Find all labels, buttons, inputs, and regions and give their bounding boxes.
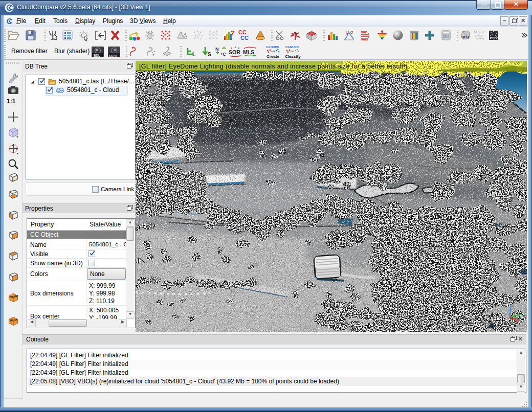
svg-text:S: S: [208, 52, 211, 57]
svg-text:MLS: MLS: [243, 49, 254, 55]
svg-text:PCV: PCV: [490, 36, 498, 40]
svg-text:Create: Create: [267, 54, 279, 59]
svg-text:min: min: [361, 30, 368, 34]
svg-text:N: N: [215, 47, 219, 52]
svg-text:M3C2: M3C2: [474, 30, 485, 34]
svg-text:max: max: [361, 37, 369, 41]
svg-text:HPR: HPR: [461, 35, 469, 39]
svg-text:SOR: SOR: [229, 49, 240, 55]
svg-text:CC: CC: [240, 35, 249, 41]
svg-text:+C: +C: [220, 52, 226, 57]
svg-text:L: L: [192, 52, 195, 57]
svg-text:EDL: EDL: [94, 54, 100, 57]
svg-text:SSA0: SSA0: [109, 54, 117, 57]
svg-text:?: ?: [231, 29, 235, 37]
svg-text:CANUPO: CANUPO: [285, 45, 299, 49]
svg-text:[GL filter] EyeDome Lighting (: [GL filter] EyeDome Lighting (disable no…: [139, 63, 408, 70]
svg-text:CANUPO: CANUPO: [266, 45, 279, 49]
svg-text:Classify: Classify: [285, 54, 301, 59]
